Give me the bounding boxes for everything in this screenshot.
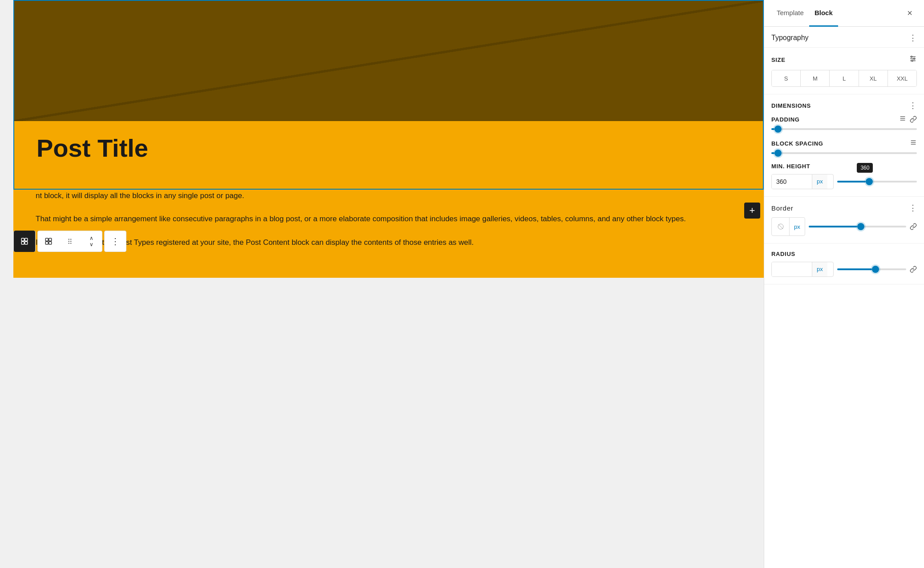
min-height-slider-thumb[interactable]	[866, 178, 873, 185]
min-height-input-wrapper: px	[771, 174, 834, 189]
radius-unit-label[interactable]: px	[812, 262, 827, 276]
dimensions-menu-button[interactable]: ⋮	[909, 101, 917, 110]
padding-label: PADDING	[771, 116, 800, 123]
svg-point-12	[69, 243, 69, 243]
svg-line-27	[778, 224, 782, 229]
min-height-label: MIN. HEIGHT	[771, 163, 810, 170]
radius-slider-inline	[837, 265, 906, 274]
radius-input[interactable]	[772, 262, 812, 276]
border-input-row: px	[771, 217, 917, 236]
more-options-button[interactable]: ⋮	[105, 231, 126, 252]
post-title: Post Title	[36, 134, 741, 162]
radius-slider-thumb[interactable]	[872, 266, 879, 273]
change-type-button[interactable]	[38, 231, 59, 252]
radius-input-wrapper: px	[771, 262, 834, 277]
size-header: SIZE	[771, 55, 917, 65]
min-height-tooltip: 360	[857, 163, 873, 173]
block-spacing-slider-thumb[interactable]	[774, 150, 782, 157]
typography-section: Typography ⋮	[764, 27, 924, 48]
svg-point-11	[70, 241, 71, 242]
border-unit-label[interactable]: px	[790, 220, 805, 234]
close-sidebar-button[interactable]: ×	[903, 6, 917, 20]
radius-section: RADIUS px	[764, 243, 924, 284]
padding-label-row: PADDING	[771, 115, 917, 124]
paragraph-3: If there are any Custom Post Types regis…	[36, 236, 742, 249]
min-height-slider-fill	[837, 181, 866, 183]
move-up-down-button[interactable]: ∧ ∨	[81, 231, 102, 252]
block-spacing-slider-fill	[771, 152, 774, 154]
border-link-button[interactable]	[910, 223, 917, 230]
size-l-button[interactable]: L	[830, 70, 859, 86]
padding-link-button[interactable]	[910, 116, 917, 123]
size-label: SIZE	[771, 57, 786, 63]
padding-slider-thumb[interactable]	[774, 126, 782, 133]
radius-input-row: px	[771, 262, 917, 277]
block-toolbar: ∧ ∨ ⋮	[13, 231, 126, 252]
block-spacing-slider-track	[771, 152, 917, 154]
svg-point-10	[69, 241, 69, 242]
dimensions-section: Dimensions ⋮ PADDING	[764, 94, 924, 197]
block-spacing-adjust-button[interactable]	[910, 139, 917, 148]
padding-adjust-button[interactable]	[899, 115, 906, 124]
tab-block[interactable]: Block	[809, 0, 838, 27]
toolbar-group-3: ⋮	[104, 231, 126, 252]
border-slider-inline	[809, 222, 906, 231]
radius-slider-fill	[837, 268, 872, 270]
transform-block-button[interactable]	[14, 231, 35, 252]
svg-rect-0	[21, 238, 24, 241]
svg-rect-6	[45, 242, 48, 244]
min-height-unit[interactable]: px	[812, 174, 827, 189]
svg-point-8	[69, 239, 69, 239]
post-block: Post Title	[13, 0, 764, 190]
sidebar: Template Block × Typography ⋮ SIZE	[764, 0, 924, 568]
dimensions-header: Dimensions ⋮	[771, 101, 917, 110]
typography-menu-button[interactable]: ⋮	[909, 34, 917, 42]
size-adjust-button[interactable]	[909, 55, 917, 65]
toolbar-group-2: ∧ ∨	[37, 231, 102, 252]
border-menu-button[interactable]: ⋮	[909, 204, 917, 212]
dimensions-title: Dimensions	[771, 102, 811, 109]
border-section: Border ⋮ px	[764, 197, 924, 243]
min-height-label-row: MIN. HEIGHT	[771, 163, 917, 170]
min-height-input[interactable]	[772, 174, 812, 189]
padding-slider-container	[771, 128, 917, 130]
paragraph-partial: nt block, it will display all the blocks…	[36, 190, 742, 203]
svg-point-19	[912, 60, 913, 61]
size-xxl-button[interactable]: XXL	[888, 70, 916, 86]
drag-handle-button[interactable]	[59, 231, 81, 252]
padding-slider-track	[771, 128, 917, 130]
size-section: SIZE S M L XL XXL	[764, 48, 924, 94]
svg-point-13	[70, 243, 71, 243]
svg-point-17	[911, 56, 912, 57]
block-spacing-slider-container	[771, 152, 917, 154]
svg-rect-4	[45, 238, 48, 241]
svg-rect-5	[49, 238, 52, 241]
radius-label: RADIUS	[771, 251, 795, 257]
border-slider-fill	[809, 226, 858, 227]
svg-rect-1	[25, 238, 28, 241]
border-style-icon[interactable]	[772, 218, 790, 235]
block-spacing-label-row: BLOCK SPACING	[771, 139, 917, 148]
tab-template[interactable]: Template	[771, 0, 809, 27]
border-slider-thumb[interactable]	[857, 223, 864, 230]
size-s-button[interactable]: S	[772, 70, 801, 86]
min-height-slider-inline: 360	[837, 177, 917, 186]
size-m-button[interactable]: M	[801, 70, 830, 86]
border-header: Border ⋮	[771, 204, 917, 212]
min-height-input-row: px 360	[771, 174, 917, 189]
post-content-area: Post Title	[14, 121, 763, 189]
add-block-button[interactable]: +	[744, 203, 760, 219]
sidebar-content: Typography ⋮ SIZE	[764, 27, 924, 568]
size-xl-button[interactable]: XL	[859, 70, 888, 86]
typography-title: Typography	[771, 34, 809, 42]
svg-rect-3	[25, 242, 28, 244]
svg-point-9	[70, 239, 71, 239]
min-height-slider-track	[837, 181, 917, 183]
svg-rect-2	[21, 242, 24, 244]
radius-slider-track	[837, 268, 906, 270]
border-title: Border	[771, 204, 794, 212]
svg-rect-7	[49, 242, 52, 244]
editor-area: Post Title nt block, it will display all…	[0, 0, 764, 568]
radius-link-button[interactable]	[910, 266, 917, 273]
sidebar-tabs: Template Block ×	[764, 0, 924, 27]
